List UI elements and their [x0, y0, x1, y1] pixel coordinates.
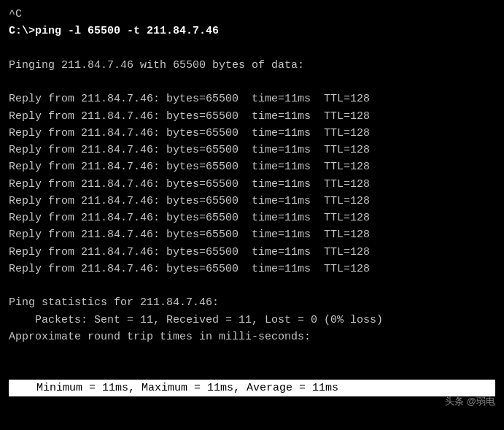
- reply-line-5: Reply from 211.84.7.46: bytes=65500 time…: [9, 158, 495, 175]
- reply-line-10: Reply from 211.84.7.46: bytes=65500 time…: [9, 244, 495, 261]
- reply-line-9: Reply from 211.84.7.46: bytes=65500 time…: [9, 226, 495, 243]
- reply-line-7: Reply from 211.84.7.46: bytes=65500 time…: [9, 193, 495, 210]
- min-max-avg-line: Minimum = 11ms, Maximum = 11ms, Average …: [9, 380, 495, 396]
- ping-stats-header-line: Ping statistics for 211.84.7.46:: [9, 294, 495, 311]
- watermark: 头条 @弱电: [445, 395, 495, 408]
- packets-line: Packets: Sent = 11, Received = 11, Lost …: [9, 312, 495, 329]
- command-line: C:\>ping -l 65500 -t 211.84.7.46: [9, 23, 495, 39]
- reply-line-3: Reply from 211.84.7.46: bytes=65500 time…: [9, 125, 495, 142]
- empty-line-2: [9, 74, 495, 91]
- terminal-window: ^C C:\>ping -l 65500 -t 211.84.7.46 Ping…: [0, 0, 504, 430]
- reply-line-4: Reply from 211.84.7.46: bytes=65500 time…: [9, 142, 495, 158]
- approx-line: Approximate round trip times in milli-se…: [9, 329, 495, 345]
- empty-line-3: [9, 277, 495, 294]
- reply-line-6: Reply from 211.84.7.46: bytes=65500 time…: [9, 176, 495, 193]
- min-max-avg-container: Minimum = 11ms, Maximum = 11ms, Average …: [9, 345, 495, 430]
- empty-line-1: [9, 40, 495, 57]
- reply-line-11: Reply from 211.84.7.46: bytes=65500 time…: [9, 261, 495, 277]
- ctrl-c-top-line: ^C: [9, 6, 495, 23]
- reply-line-1: Reply from 211.84.7.46: bytes=65500 time…: [9, 91, 495, 107]
- reply-line-2: Reply from 211.84.7.46: bytes=65500 time…: [9, 108, 495, 125]
- pinging-line: Pinging 211.84.7.46 with 65500 bytes of …: [9, 57, 495, 74]
- reply-line-8: Reply from 211.84.7.46: bytes=65500 time…: [9, 210, 495, 226]
